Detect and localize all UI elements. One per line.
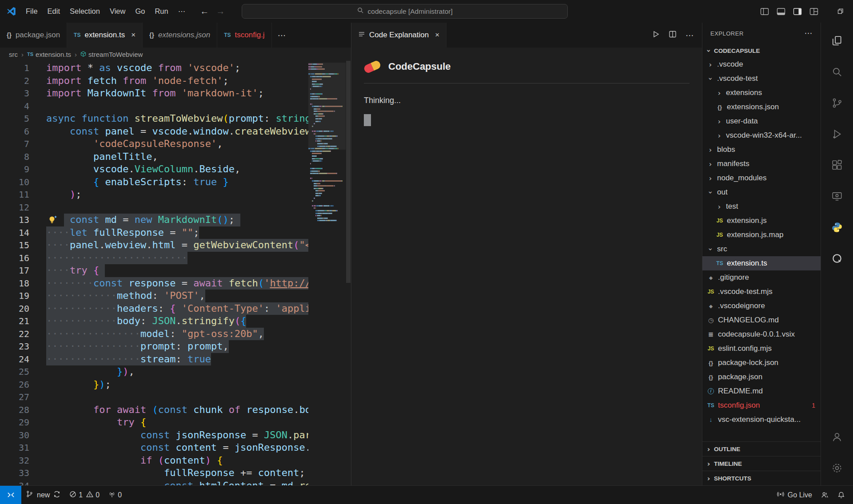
code-line-5[interactable]: 5async function streamToWebview(prompt: … — [0, 112, 308, 125]
section-timeline[interactable]: › TIMELINE — [702, 456, 821, 471]
code-line-33[interactable]: 33 fullResponse += content; — [0, 467, 308, 480]
code-line-30[interactable]: 30 const jsonResponse = JSON.parse(chunk… — [0, 429, 308, 442]
menu-go[interactable]: Go — [130, 0, 150, 23]
tab-tsconfig-json[interactable]: TS tsconfig.j — [217, 23, 271, 48]
more-actions-icon[interactable]: ⋯ — [686, 30, 694, 40]
code-line-11[interactable]: 11 ); — [0, 188, 308, 201]
breadcrumb-symbol[interactable]: streamToWebview — [80, 51, 143, 58]
customize-layout-icon[interactable] — [807, 5, 821, 18]
search-view-icon[interactable] — [821, 56, 853, 87]
tree-item-codecapsule-0.0.1.vsix[interactable]: ≣codecapsule-0.0.1.vsix — [702, 327, 821, 341]
tab-extension-ts[interactable]: TS extension.ts × — [67, 23, 143, 48]
split-editor-icon[interactable] — [669, 30, 677, 40]
close-tab-icon[interactable]: × — [435, 31, 439, 40]
remote-explorer-icon[interactable] — [821, 181, 853, 212]
accounts-status-icon[interactable] — [817, 486, 833, 504]
code-line-4[interactable]: 4 — [0, 100, 308, 113]
tree-item-.vscode-test[interactable]: ›.vscode-test — [702, 71, 821, 86]
ports-status[interactable]: 0 — [104, 486, 126, 504]
settings-gear-icon[interactable] — [821, 452, 853, 484]
views-more-icon[interactable]: ⋯ — [805, 28, 813, 38]
menu-file[interactable]: File — [21, 0, 43, 23]
tree-item-user-data[interactable]: ›user-data — [702, 114, 821, 128]
code-line-19[interactable]: 19············method: 'POST', — [0, 290, 308, 302]
accounts-icon[interactable] — [821, 421, 853, 452]
tree-item-tsconfig.json[interactable]: TStsconfig.json1 — [702, 398, 821, 413]
code-line-24[interactable]: 24················stream: true — [0, 353, 308, 366]
editor-scrollbar[interactable] — [346, 61, 351, 485]
tree-item-extensions.json[interactable]: {}extensions.json — [702, 100, 821, 114]
code-line-18[interactable]: 18········const response = await fetch('… — [0, 277, 308, 290]
tree-item-readme.md[interactable]: iREADME.md — [702, 384, 821, 398]
tree-item-test[interactable]: ›test — [702, 199, 821, 214]
toggle-panel-icon[interactable] — [774, 5, 788, 18]
code-line-20[interactable]: 20············headers: { 'Content-Type':… — [0, 302, 308, 315]
run-debug-icon[interactable] — [821, 119, 853, 150]
section-outline[interactable]: › OUTLINE — [702, 441, 821, 456]
tab-overflow-icon[interactable]: ⋯ — [272, 23, 292, 48]
minimap[interactable] — [308, 61, 346, 485]
tab-package-json[interactable]: {} package.json — [0, 23, 67, 48]
git-branch-status[interactable]: new — [21, 486, 65, 504]
tab-extensions-json[interactable]: {} extensions.json — [143, 23, 217, 48]
section-codecapsule[interactable]: › CODECAPSULE — [702, 44, 821, 57]
menu-selection[interactable]: Selection — [65, 0, 105, 23]
code-line-34[interactable]: 34 const htmlContent = md.render(fullRes… — [0, 480, 308, 486]
tree-item-blobs[interactable]: ›blobs — [702, 143, 821, 157]
code-line-9[interactable]: 9 vscode.ViewColumn.Beside, — [0, 163, 308, 176]
python-extension-icon[interactable] — [821, 212, 853, 243]
menu-more-icon[interactable]: ⋯ — [173, 0, 191, 23]
tree-item-extension.js[interactable]: JSextension.js — [702, 214, 821, 228]
menu-view[interactable]: View — [105, 0, 130, 23]
tree-item-.gitignore[interactable]: ◆.gitignore — [702, 270, 821, 285]
tree-item-node-modules[interactable]: ›node_modules — [702, 171, 821, 185]
code-line-16[interactable]: 16························ — [0, 252, 308, 265]
code-line-10[interactable]: 10 { enableScripts: true } — [0, 176, 308, 189]
lightbulb-sparkle-icon[interactable] — [47, 214, 58, 226]
scrollbar-thumb[interactable] — [346, 61, 351, 283]
source-control-icon[interactable] — [821, 87, 853, 119]
close-tab-icon[interactable]: × — [131, 31, 136, 40]
notifications-bell-icon[interactable] — [833, 486, 849, 504]
tree-item-.vscode[interactable]: ›.vscode — [702, 57, 821, 71]
code-line-28[interactable]: 28 for await (const chunk of response.bo… — [0, 404, 308, 417]
code-line-31[interactable]: 31 const content = jsonResponse.response… — [0, 441, 308, 454]
code-line-2[interactable]: 2import fetch from 'node-fetch'; — [0, 75, 308, 87]
q-extension-icon[interactable] — [821, 243, 853, 274]
forward-arrow-icon[interactable]: → — [216, 6, 225, 16]
back-arrow-icon[interactable]: ← — [200, 6, 209, 16]
code-line-13[interactable]: 13 const md = new MarkdownIt(); — [0, 214, 308, 226]
code-line-29[interactable]: 29 try { — [0, 416, 308, 429]
tree-item-eslint.config.mjs[interactable]: JSeslint.config.mjs — [702, 341, 821, 356]
tree-item-vsc-extension-quicksta...[interactable]: ↓vsc-extension-quicksta... — [702, 413, 821, 427]
code-line-12[interactable]: 12 — [0, 201, 308, 214]
code-line-8[interactable]: 8 panelTitle, — [0, 151, 308, 163]
code-line-1[interactable]: 1import * as vscode from 'vscode'; — [0, 62, 308, 75]
code-line-25[interactable]: 25 }), — [0, 365, 308, 378]
tree-item-vscode-win32-x64-ar...[interactable]: ›vscode-win32-x64-ar... — [702, 128, 821, 143]
code-line-26[interactable]: 26 }); — [0, 378, 308, 391]
command-center-search[interactable]: codecapsule [Administrator] — [242, 4, 568, 19]
explorer-view-icon[interactable] — [821, 25, 853, 56]
code-editor[interactable]: 1import * as vscode from 'vscode';2impor… — [0, 61, 351, 485]
code-line-32[interactable]: 32 if (content) { — [0, 454, 308, 467]
go-live-button[interactable]: Go Live — [773, 486, 817, 504]
menu-run[interactable]: Run — [150, 0, 173, 23]
breadcrumb-file[interactable]: TS extension.ts — [27, 51, 71, 58]
code-line-21[interactable]: 21············body: JSON.stringify({ — [0, 315, 308, 328]
tree-item-extension.ts[interactable]: TSextension.ts — [702, 256, 821, 270]
tree-item-package-lock.json[interactable]: {}package-lock.json — [702, 356, 821, 370]
tree-item-extensions[interactable]: ›extensions — [702, 86, 821, 100]
code-line-14[interactable]: 14····let fullResponse = ""; — [0, 226, 308, 239]
remote-indicator[interactable] — [0, 486, 21, 504]
code-line-3[interactable]: 3import MarkdownIt from 'markdown-it'; — [0, 87, 308, 100]
tree-item-src[interactable]: ›src — [702, 242, 821, 256]
breadcrumb-src[interactable]: src — [9, 51, 18, 58]
code-line-7[interactable]: 7 'codeCapsuleResponse', — [0, 138, 308, 151]
minimap-slider[interactable] — [308, 63, 346, 150]
tree-item-manifests[interactable]: ›manifests — [702, 157, 821, 171]
section-shortcuts[interactable]: › SHORTCUTS — [702, 471, 821, 485]
tree-item-.vscode-test.mjs[interactable]: JS.vscode-test.mjs — [702, 285, 821, 299]
tab-code-explanation[interactable]: Code Explanation × — [351, 23, 446, 48]
tree-item-.vscodeignore[interactable]: ◆.vscodeignore — [702, 299, 821, 313]
